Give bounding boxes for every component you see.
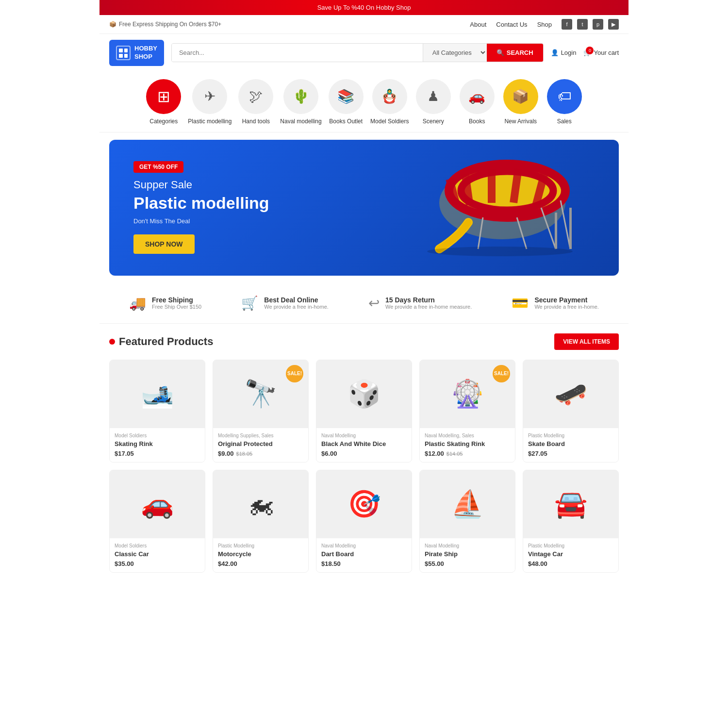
- hero-badge: GET %50 OFF: [133, 161, 183, 173]
- feature-icon: 🛒: [241, 295, 258, 311]
- product-name: Dart Board: [321, 550, 407, 558]
- product-category: Plastic Modelling: [528, 543, 613, 548]
- product-card[interactable]: 🎯 Naval Modelling Dart Board $18.50: [316, 470, 412, 573]
- product-price: $17.05: [115, 450, 200, 457]
- hero-image: [410, 159, 595, 256]
- category-dropdown[interactable]: All Categories: [423, 44, 487, 62]
- hero-content: GET %50 OFF Supper Sale Plastic modellin…: [133, 161, 269, 254]
- product-info: Plastic Modelling Motorcycle $42.00: [213, 538, 308, 572]
- facebook-icon[interactable]: f: [562, 19, 572, 30]
- product-card[interactable]: ⛵ Naval Modelling Pirate Ship $55.00: [419, 470, 515, 573]
- product-image-area: 🎡 SALE!: [420, 360, 515, 428]
- youtube-icon[interactable]: ▶: [608, 19, 619, 30]
- top-banner: Save Up To %40 On Hobby Shop: [99, 0, 629, 15]
- category-icon: 📦: [503, 79, 538, 114]
- category-icon: 🚗: [460, 79, 495, 114]
- category-sales[interactable]: 🏷 Sales: [545, 79, 584, 125]
- product-category: Plastic Modelling: [218, 543, 303, 548]
- product-price: $9.00$18.05: [218, 450, 303, 457]
- cart-button[interactable]: 🛒 0 Your cart: [583, 49, 619, 56]
- product-card[interactable]: 🔭 SALE! Modelling Supplies, Sales Origin…: [213, 360, 309, 463]
- category-label: Naval modelling: [280, 118, 321, 125]
- view-all-button[interactable]: VIEW ALL ITEMS: [554, 333, 619, 350]
- product-price: $42.00: [218, 560, 303, 567]
- category-books[interactable]: 🚗 Books: [458, 79, 496, 125]
- hero-desc: Don't Miss The Deal: [133, 217, 269, 225]
- feature-text: Free Shiping Free Ship Over $150: [152, 296, 201, 310]
- feature-0: 🚚 Free Shiping Free Ship Over $150: [129, 295, 201, 311]
- category-label: Hand tools: [242, 118, 270, 125]
- header-top: 📦 Free Express Shipping On Orders $70+ A…: [99, 15, 629, 34]
- shop-now-button[interactable]: SHOP NOW: [133, 234, 195, 254]
- product-category: Naval Modelling: [321, 433, 407, 438]
- category-new-arrivals[interactable]: 📦 New Arrivals: [501, 79, 540, 125]
- feature-title: Secure Payment: [534, 296, 598, 304]
- product-name: Motorcycle: [218, 550, 303, 558]
- shop-link[interactable]: Shop: [537, 21, 552, 28]
- search-button[interactable]: 🔍 SEARCH: [487, 44, 543, 62]
- product-name: Plastic Skating Rink: [425, 440, 510, 447]
- category-scenery[interactable]: ♟ Scenery: [414, 79, 453, 125]
- feature-title: Best Deal Online: [264, 296, 328, 304]
- category-label: Model Soldiers: [370, 118, 409, 125]
- about-link[interactable]: About: [470, 21, 486, 28]
- product-price: $27.05: [528, 450, 613, 457]
- section-title: Featured Products: [109, 335, 213, 348]
- product-card[interactable]: 🏍 Plastic Modelling Motorcycle $42.00: [213, 470, 309, 573]
- category-hand-tools[interactable]: 🕊 Hand tools: [236, 79, 275, 125]
- category-categories[interactable]: ⊞ Categories: [144, 79, 183, 125]
- product-info: Plastic Modelling Skate Board $27.05: [523, 428, 618, 462]
- section-header: Featured Products VIEW ALL ITEMS: [109, 333, 619, 350]
- user-icon: 👤: [551, 49, 559, 56]
- product-category: Naval Modelling: [425, 543, 510, 548]
- product-image-area: 🎲: [316, 360, 412, 428]
- category-label: New Arrivals: [504, 118, 537, 125]
- product-emoji: 🚘: [554, 488, 588, 520]
- product-card[interactable]: 🎲 Naval Modelling Black And White Dice $…: [316, 360, 412, 463]
- product-price: $6.00: [321, 450, 407, 457]
- contact-link[interactable]: Contact Us: [496, 21, 527, 28]
- category-plastic-modelling[interactable]: ✈ Plastic modelling: [188, 79, 232, 125]
- feature-title: Free Shiping: [152, 296, 201, 304]
- header-top-right: About Contact Us Shop f t p ▶: [470, 19, 619, 30]
- product-card[interactable]: 🛹 Plastic Modelling Skate Board $27.05: [523, 360, 619, 463]
- top-banner-text: Save Up To %40 On Hobby Shop: [317, 4, 411, 11]
- product-card[interactable]: 🚗 Model Soldiers Classic Car $35.00: [109, 470, 205, 573]
- product-name: Skate Board: [528, 440, 613, 447]
- search-icon: 🔍: [496, 49, 504, 56]
- product-image-area: 🎯: [316, 470, 412, 538]
- feature-text: Best Deal Online We provide a free in-ho…: [264, 296, 328, 310]
- product-emoji: 🛹: [554, 378, 588, 410]
- category-nav: ⊞ Categories ✈ Plastic modelling 🕊 Hand …: [99, 72, 629, 132]
- product-card[interactable]: 🎿 Model Soldiers Skating Rink $17.05: [109, 360, 205, 463]
- header-actions: 👤 Login 🛒 0 Your cart: [551, 49, 619, 56]
- category-naval-modelling[interactable]: 🌵 Naval modelling: [280, 79, 321, 125]
- product-image-area: 🛹: [523, 360, 618, 428]
- product-name: Black And White Dice: [321, 440, 407, 447]
- hero-subtitle: Supper Sale: [133, 179, 269, 191]
- category-icon: ⊞: [146, 79, 181, 114]
- product-name: Vintage Car: [528, 550, 613, 558]
- twitter-icon[interactable]: t: [577, 19, 588, 30]
- product-image-area: 🏍: [213, 470, 308, 538]
- product-card[interactable]: 🚘 Plastic Modelling Vintage Car $48.00: [523, 470, 619, 573]
- svg-point-5: [474, 177, 540, 204]
- feature-1: 🛒 Best Deal Online We provide a free in-…: [241, 295, 328, 311]
- feature-desc: Free Ship Over $150: [152, 304, 201, 310]
- feature-2: ↩ 15 Days Return We provide a free in-ho…: [368, 295, 472, 311]
- feature-desc: We provide a free in-home measure.: [385, 304, 472, 310]
- search-input[interactable]: [172, 44, 423, 62]
- products-grid-row2: 🚗 Model Soldiers Classic Car $35.00 🏍 Pl…: [109, 470, 619, 573]
- pinterest-icon[interactable]: p: [593, 19, 603, 30]
- product-emoji: 🎡: [451, 378, 484, 410]
- category-model-soldiers[interactable]: 🪆 Model Soldiers: [370, 79, 409, 125]
- feature-title: 15 Days Return: [385, 296, 472, 304]
- category-books-outlet[interactable]: 📚 Books Outlet: [327, 79, 365, 125]
- product-card[interactable]: 🎡 SALE! Naval Modelling, Sales Plastic S…: [419, 360, 515, 463]
- product-emoji: 🎿: [141, 378, 174, 410]
- logo[interactable]: HOBBY SHOP: [109, 40, 164, 66]
- login-button[interactable]: 👤 Login: [551, 49, 577, 56]
- cart-badge: 0: [586, 47, 594, 54]
- category-label: Plastic modelling: [188, 118, 232, 125]
- product-info: Naval Modelling Black And White Dice $6.…: [316, 428, 412, 462]
